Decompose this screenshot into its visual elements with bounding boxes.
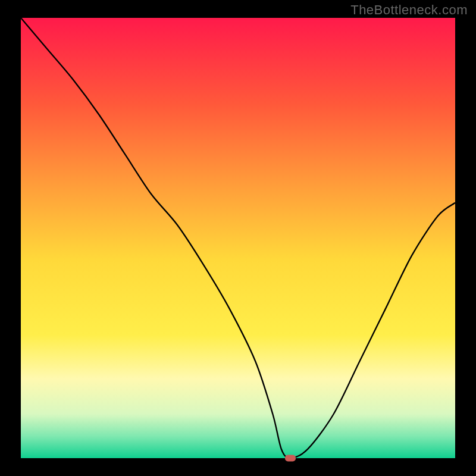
chart-frame: TheBottleneck.com — [0, 0, 476, 476]
chart-svg — [21, 18, 455, 458]
chart-background — [21, 18, 455, 458]
optimal-point-marker — [285, 455, 296, 462]
watermark-label: TheBottleneck.com — [350, 2, 468, 18]
plot-area — [21, 18, 455, 458]
